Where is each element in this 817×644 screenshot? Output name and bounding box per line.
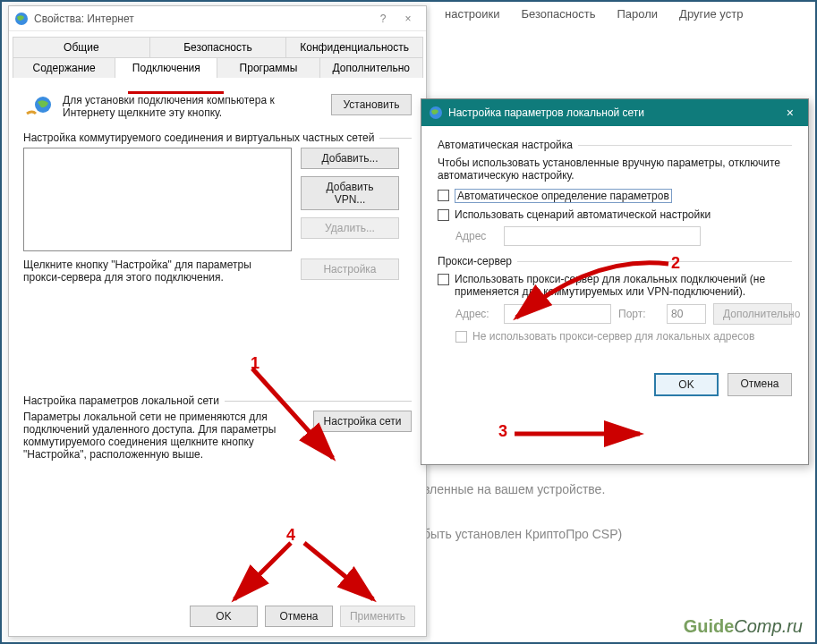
proxy-label: Прокси-сервер [438,255,512,267]
bg-text-1: вленные на вашем устройстве. [423,473,815,505]
add-button[interactable]: Добавить... [301,148,399,169]
bg-tab[interactable]: Пароли [617,7,658,21]
auto-detect-checkbox[interactable] [438,190,449,201]
dial-section-label: Настройка коммутируемого соединения и ви… [23,131,374,144]
internet-properties-window: Свойства: Интернет ? × Общие Безопасност… [8,5,427,637]
script-address-input[interactable] [504,226,701,246]
globe-icon [429,106,443,120]
cancel-button[interactable]: Отмена [265,606,333,627]
apply-button[interactable]: Применить [340,606,415,627]
watermark: GuideComp.ru [684,616,803,637]
connection-wizard-icon [23,94,54,119]
tab-advanced[interactable]: Дополнительно [319,57,423,78]
tab-security[interactable]: Безопасность [149,37,287,57]
ok-button[interactable]: OK [190,606,258,627]
proxy-address-input[interactable] [504,304,611,324]
dial-hint: Щелкните кнопку "Настройка" для параметр… [23,258,292,284]
bg-tab[interactable]: настроики [445,7,500,21]
use-proxy-label: Использовать прокси-сервер для локальных… [455,273,792,298]
auto-config-text: Чтобы использовать установленные вручную… [438,157,792,182]
tab-general[interactable]: Общие [13,37,150,57]
use-script-checkbox[interactable] [438,209,449,221]
tab-connections[interactable]: Подключения [115,57,217,78]
bg-tab[interactable]: Безопасность [522,7,596,21]
tab-content[interactable]: Содержание [13,57,115,78]
lan-cancel-button[interactable]: Отмена [728,373,792,396]
remove-button[interactable]: Удалить... [301,217,399,239]
use-script-label: Использовать сценарий автоматической нас… [455,208,711,221]
lan-titlebar[interactable]: Настройка параметров локальной сети × [421,99,808,126]
proxy-advanced-button[interactable]: Дополнительно [713,303,792,325]
add-vpn-button[interactable]: Добавить VPN... [301,176,399,210]
bypass-local-label: Не использовать прокси-сервер для локаль… [472,330,754,343]
install-button[interactable]: Установить [331,94,412,115]
tab-strip: Общие Безопасность Конфиденциальность Со… [9,31,426,78]
lan-ok-button[interactable]: OK [654,373,719,396]
close-button[interactable]: × [396,13,421,25]
lan-close-button[interactable]: × [779,106,801,120]
proxy-address-label: Адрес: [455,308,497,320]
bg-text-2: быть установлен КриптоПро CSP) [423,518,815,550]
lan-settings-button[interactable]: Настройка сети [313,411,412,432]
dial-connections-list[interactable] [23,148,292,251]
bypass-local-checkbox[interactable] [455,331,467,343]
lan-settings-window: Настройка параметров локальной сети × Ав… [421,98,809,465]
dialog-buttons: OK Отмена Применить [190,606,415,627]
bg-tab[interactable]: Другие устр [679,7,743,21]
auto-detect-label: Автоматическое определение параметров [455,189,672,203]
lan-window-title: Настройка параметров локальной сети [448,106,644,119]
script-address-label: Адрес [455,230,497,242]
lan-text: Параметры локальной сети не применяются … [23,411,304,461]
proxy-port-label: Порт: [618,308,660,320]
tab-privacy[interactable]: Конфиденциальность [285,37,423,57]
lan-section-label: Настройка параметров локальной сети [23,394,219,407]
dial-settings-button[interactable]: Настройка [301,258,399,280]
browser-tabs: настроики Безопасность Пароли Другие уст… [430,2,815,26]
titlebar[interactable]: Свойства: Интернет ? × [9,6,426,31]
proxy-port-input[interactable] [667,304,706,324]
tab-programs[interactable]: Программы [217,57,319,78]
help-button[interactable]: ? [370,13,396,25]
use-proxy-checkbox[interactable] [438,274,449,285]
install-text: Для установки подключения компьютера к И… [63,94,322,119]
window-title: Свойства: Интернет [34,13,134,25]
auto-config-label: Автоматическая настройка [438,139,573,151]
globe-icon [14,12,29,26]
